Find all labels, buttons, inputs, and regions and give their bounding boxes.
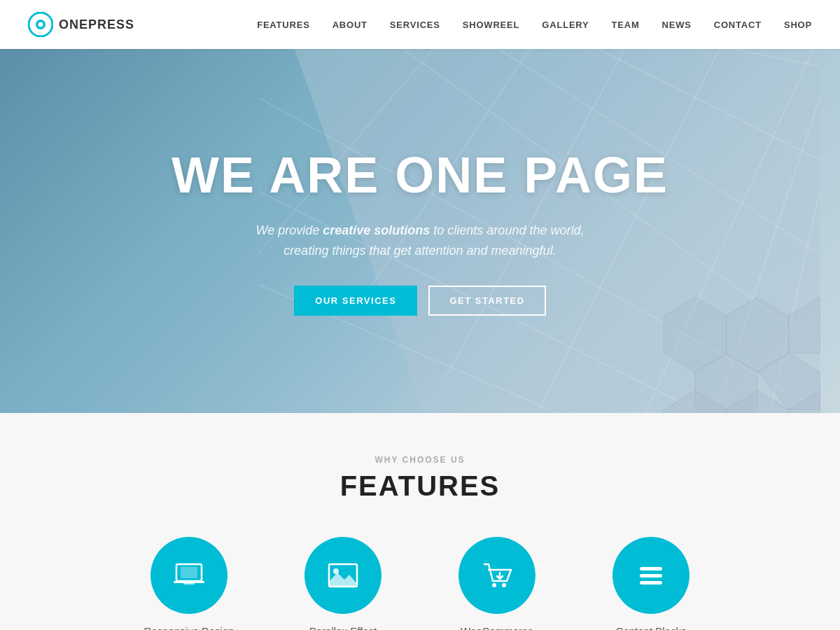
- features-grid: Responsive Design Parallax Effect: [28, 537, 812, 630]
- hero-subtitle: We provide creative solutions to clients…: [238, 220, 602, 261]
- nav-contact[interactable]: CONTACT: [714, 20, 762, 30]
- features-title: FEATURES: [28, 470, 812, 502]
- svg-rect-31: [183, 583, 195, 584]
- responsive-icon-circle: [150, 537, 227, 614]
- menu-icon: [633, 557, 669, 594]
- svg-rect-39: [640, 574, 662, 578]
- responsive-label: Responsive Design: [144, 625, 234, 630]
- svg-rect-30: [174, 581, 204, 583]
- nav-features[interactable]: FEATURES: [257, 20, 310, 30]
- hero-section: WE ARE ONE PAGE We provide creative solu…: [0, 49, 840, 413]
- image-icon: [325, 557, 361, 594]
- svg-rect-29: [181, 567, 197, 578]
- features-section: WHY CHOOSE US FEATURES Responsive Design: [0, 413, 840, 630]
- hero-buttons: OUR SERVICES GET STARTED: [172, 286, 668, 316]
- nav-menu: FEATURES ABOUT SERVICES SHOWREEL GALLERY…: [257, 18, 812, 31]
- nav-about[interactable]: ABOUT: [332, 20, 368, 30]
- features-subtitle: WHY CHOOSE US: [28, 455, 812, 465]
- svg-point-35: [492, 583, 496, 587]
- our-services-button[interactable]: OUR SERVICES: [294, 286, 417, 316]
- parallax-icon-circle: [304, 537, 382, 614]
- parallax-label: Parallax Effect: [309, 625, 377, 630]
- content-blocks-label: Content Blocks: [616, 625, 687, 630]
- nav-team[interactable]: TEAM: [612, 20, 640, 30]
- nav-shop[interactable]: SHOP: [784, 20, 812, 30]
- nav-gallery[interactable]: GALLERY: [542, 20, 589, 30]
- hero-title: WE ARE ONE PAGE: [172, 146, 668, 204]
- cart-icon: [479, 557, 515, 594]
- svg-point-2: [38, 22, 43, 27]
- nav-showreel[interactable]: SHOWREEL: [463, 20, 520, 30]
- feature-content-blocks: Content Blocks: [595, 537, 707, 630]
- woocommerce-icon-circle: [458, 537, 536, 614]
- svg-rect-38: [640, 567, 662, 570]
- feature-parallax: Parallax Effect: [287, 537, 399, 630]
- feature-woocommerce: WooCommerce: [441, 537, 553, 630]
- nav-services[interactable]: SERVICES: [390, 20, 440, 30]
- laptop-icon: [171, 557, 207, 594]
- svg-rect-40: [640, 581, 662, 584]
- navbar: ONEPRESS FEATURES ABOUT SERVICES SHOWREE…: [0, 0, 840, 49]
- logo-icon: [28, 12, 53, 37]
- svg-point-36: [502, 583, 506, 587]
- svg-marker-34: [329, 573, 357, 587]
- logo[interactable]: ONEPRESS: [28, 12, 134, 37]
- hero-content: WE ARE ONE PAGE We provide creative solu…: [158, 146, 682, 316]
- get-started-button[interactable]: GET STARTED: [428, 286, 545, 316]
- logo-text: ONEPRESS: [59, 18, 134, 32]
- feature-responsive: Responsive Design: [133, 537, 245, 630]
- woocommerce-label: WooCommerce: [461, 625, 533, 630]
- nav-news[interactable]: NEWS: [662, 20, 692, 30]
- content-blocks-icon-circle: [612, 537, 690, 614]
